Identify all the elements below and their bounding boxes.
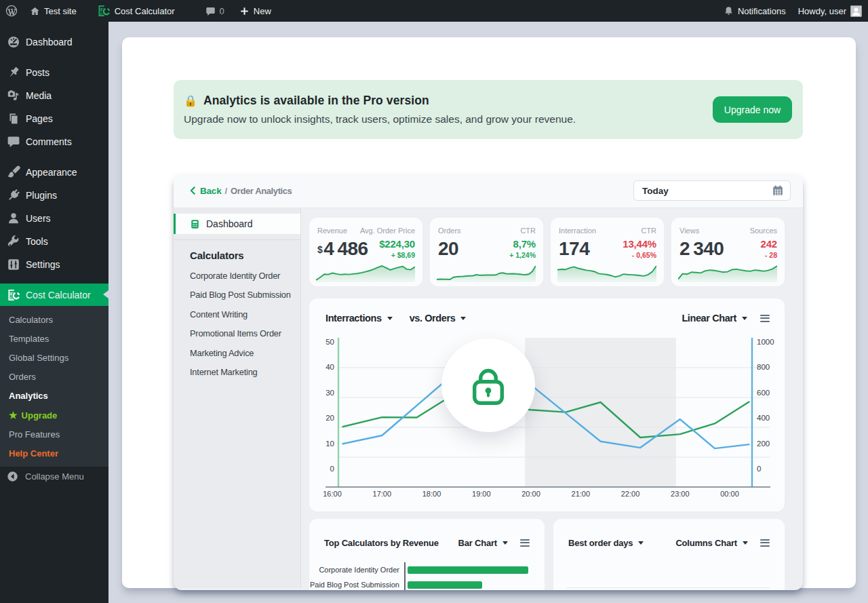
- sidebar-item-comments[interactable]: Comments: [0, 130, 108, 153]
- plus-icon: [239, 6, 250, 16]
- stat-secondary-change: + $8,69: [379, 252, 415, 259]
- chevron-left-icon: [190, 187, 195, 195]
- stat-label-left: Interraction: [559, 227, 596, 235]
- columns-chart-title-selector[interactable]: Best order days: [568, 538, 644, 548]
- sidebar-item-label: Plugins: [26, 190, 57, 201]
- bar-chart-title: Top Calculators by Revenue: [324, 538, 439, 548]
- columns-chart-type-selector[interactable]: Columns Chart: [675, 538, 748, 548]
- chevron-down-icon: [743, 541, 748, 545]
- lock-icon: [473, 366, 504, 405]
- sparkline-chart: [316, 265, 415, 282]
- sidebar-item-users[interactable]: Users: [0, 207, 108, 230]
- account-menu[interactable]: Howdy, user: [792, 0, 868, 22]
- stat-label-right: Sources: [750, 227, 777, 235]
- stat-secondary-value: 13,44%: [623, 239, 656, 249]
- submenu-item-help-center[interactable]: Help Center: [0, 444, 108, 463]
- calculator-item-4[interactable]: Promotional Items Order: [190, 328, 300, 338]
- plugins-icon: [7, 189, 20, 202]
- new-toolbar-item[interactable]: New: [233, 0, 277, 22]
- upgrade-now-button[interactable]: Upgrade now: [713, 96, 792, 123]
- stat-label-left: Revenue: [317, 227, 347, 235]
- sidebar-item-settings[interactable]: Settings: [0, 253, 108, 276]
- cost-calculator-icon: [97, 4, 111, 18]
- appearance-icon: [7, 166, 20, 179]
- chart-menu-icon[interactable]: [760, 537, 770, 549]
- comments-toolbar-item[interactable]: 0: [199, 0, 231, 22]
- chevron-down-icon: [502, 541, 508, 545]
- sidebar-item-dashboard[interactable]: Dashboard: [0, 31, 108, 54]
- subsidebar-dashboard-item[interactable]: Dashboard: [174, 214, 300, 234]
- site-name-menu[interactable]: Test site: [24, 0, 83, 22]
- sidebar-item-label: Cost Calculator: [26, 290, 91, 300]
- plugin-toolbar-item[interactable]: Cost Calculator: [91, 0, 181, 22]
- notifications-label: Notifications: [738, 6, 786, 16]
- sidebar-item-media[interactable]: Media: [0, 84, 108, 107]
- submenu-item-orders[interactable]: Orders: [0, 368, 108, 387]
- menu-separator: [0, 54, 108, 61]
- calculator-icon: [190, 219, 200, 229]
- sidebar-item-label: Comments: [26, 136, 72, 147]
- sidebar-item-pages[interactable]: Pages: [0, 107, 108, 130]
- locked-region: [525, 338, 676, 487]
- comment-bubble-icon: [205, 6, 216, 16]
- analytics-panel: Back / Order Analytics Today: [174, 174, 803, 590]
- new-label: New: [254, 6, 271, 16]
- notice-subtitle: Upgrade now to unlock insights, track us…: [184, 113, 713, 125]
- sidebar-item-posts[interactable]: Posts: [0, 61, 108, 84]
- sidebar-item-label: Media: [26, 90, 52, 101]
- admin-content-area: 🔒 Analytics is available in the Pro vers…: [108, 22, 868, 603]
- svg-text:50: 50: [326, 338, 334, 346]
- svg-text:40: 40: [326, 363, 334, 371]
- notice-title: Analytics is available in the Pro versio…: [203, 94, 429, 108]
- subsidebar-dashboard-label: Dashboard: [206, 218, 253, 229]
- locked-chart-overlay: [441, 338, 535, 432]
- svg-text:200: 200: [757, 440, 770, 448]
- sidebar-item-label: Dashboard: [26, 37, 73, 47]
- bar-chart-type-selector[interactable]: Bar Chart: [458, 538, 508, 548]
- sidebar-item-plugins[interactable]: Plugins: [0, 184, 108, 207]
- stat-label-right: Avg. Order Price: [360, 227, 415, 235]
- calculator-item-3[interactable]: Content Writing: [190, 309, 300, 319]
- submenu-item-label: Upgrade: [22, 410, 58, 421]
- back-link[interactable]: Back: [190, 186, 221, 196]
- gridline: [567, 587, 770, 588]
- date-range-value: Today: [642, 186, 669, 196]
- collapse-menu-button[interactable]: Collapse Menu: [0, 465, 108, 488]
- calendar-icon: [772, 184, 784, 197]
- calculator-item-6[interactable]: Internet Marketing: [190, 367, 300, 377]
- howdy-label: Howdy, user: [798, 6, 846, 16]
- stat-label-left: Views: [679, 227, 699, 235]
- home-icon: [30, 6, 40, 16]
- submenu-item-templates[interactable]: Templates: [0, 330, 108, 349]
- calculator-item-1[interactable]: Corporate Identity Order: [190, 271, 300, 281]
- chevron-down-icon: [638, 541, 644, 545]
- calculator-item-2[interactable]: Paid Blog Post Submission: [190, 290, 300, 300]
- sidebar-item-cost-calculator[interactable]: Cost Calculator: [0, 284, 108, 306]
- breadcrumb-separator: /: [224, 186, 227, 196]
- pro-version-notice: 🔒 Analytics is available in the Pro vers…: [174, 80, 803, 139]
- collapse-icon: [7, 471, 18, 482]
- svg-text:Corporate Identity Order: Corporate Identity Order: [319, 566, 399, 574]
- analytics-subsidebar: Dashboard Calculators Corporate Identity…: [174, 208, 301, 588]
- date-range-picker[interactable]: Today: [633, 180, 791, 201]
- sidebar-item-appearance[interactable]: Appearance: [0, 161, 108, 184]
- submenu-item-analytics[interactable]: Analytics: [0, 387, 108, 406]
- svg-text:600: 600: [757, 389, 770, 397]
- submenu-item-pro-features[interactable]: Pro Features: [0, 425, 108, 444]
- posts-icon: [7, 66, 20, 79]
- stat-secondary-value: 8,7%: [509, 239, 536, 249]
- admin-sidebar: Dashboard Posts Media Pages Comments App…: [0, 22, 108, 603]
- calculator-item-5[interactable]: Marketing Advice: [190, 348, 300, 358]
- submenu-item-upgrade[interactable]: ★Upgrade: [0, 406, 108, 425]
- notifications-toolbar-item[interactable]: Notifications: [717, 0, 792, 22]
- submenu-item-calculators[interactable]: Calculators: [0, 311, 108, 330]
- submenu-item-global-settings[interactable]: Global Settings: [0, 349, 108, 368]
- sidebar-item-tools[interactable]: Tools: [0, 230, 108, 253]
- stat-secondary-change: - 28: [761, 252, 777, 259]
- wp-logo-menu[interactable]: [0, 0, 24, 22]
- chart-menu-icon[interactable]: [520, 537, 530, 549]
- sidebar-item-label: Posts: [26, 67, 50, 78]
- tools-icon: [7, 235, 20, 248]
- site-name: Test site: [44, 6, 77, 16]
- bar-chart-card: Top Calculators by Revenue Bar Chart Cor…: [309, 519, 545, 590]
